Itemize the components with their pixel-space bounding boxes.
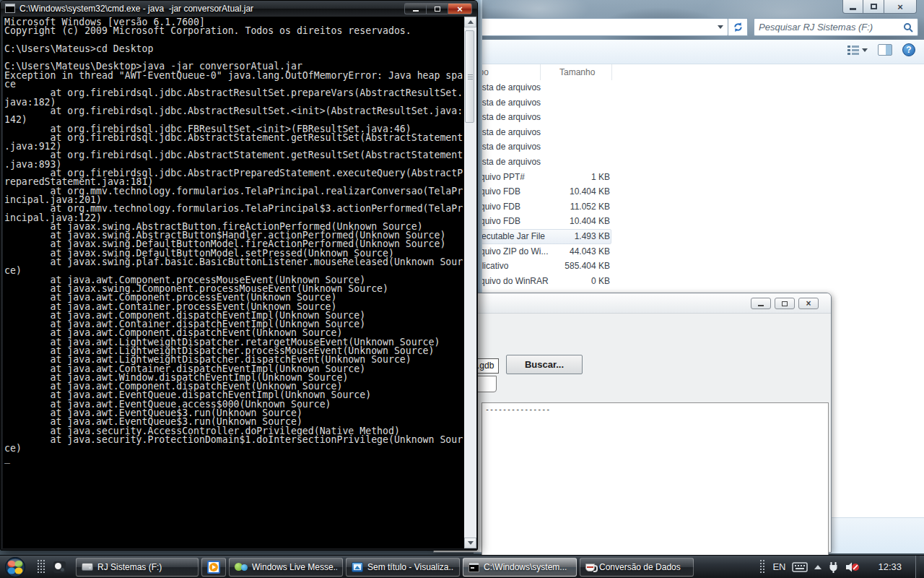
file-row[interactable]: Arquivo PPT#1 KB: [474, 170, 924, 185]
taskbar-clock[interactable]: 12:33: [878, 561, 902, 572]
taskbar-button-label: C:\Windows\system...: [484, 562, 567, 572]
dialog-titlebar[interactable]: ×: [434, 293, 831, 314]
close-icon: ×: [806, 299, 811, 308]
file-row[interactable]: Pasta de arquivos: [474, 80, 924, 95]
maximize-button[interactable]: [863, 0, 884, 14]
minimize-icon: [850, 8, 856, 10]
scroll-down-button[interactable]: [464, 538, 476, 548]
maximize-button[interactable]: [426, 3, 448, 14]
minimize-button[interactable]: [404, 3, 426, 14]
conversao-dados-dialog: × .gdb Buscar... ---------------: [433, 293, 832, 553]
file-type: Arquivo ZIP do Wi...: [474, 246, 548, 256]
task-buttons: RJ Sistemas (F:)Windows Live Messe...Sem…: [76, 558, 694, 577]
arrow-down-icon: [468, 541, 474, 545]
file-row[interactable]: Arquivo FDB10.404 KB: [474, 184, 924, 199]
scrollbar-track[interactable]: [464, 27, 476, 538]
thumb-grip-icon: [468, 74, 473, 80]
explorer-toolbar: ?: [474, 40, 924, 64]
refresh-icon: [733, 22, 744, 33]
log-textarea[interactable]: ---------------: [481, 402, 829, 571]
console-output[interactable]: Microsoft Windows [versão 6.1.7600] Copy…: [3, 17, 464, 548]
keyboard-icon[interactable]: [792, 562, 808, 572]
windows-logo-icon: [4, 556, 26, 578]
column-divider[interactable]: [611, 64, 612, 80]
file-type: Pasta de arquivos: [474, 157, 541, 167]
file-type: Pasta de arquivos: [474, 127, 541, 137]
cmd-window: C:\Windows\system32\cmd.exe - java -jar …: [0, 0, 478, 551]
help-button[interactable]: ?: [902, 43, 915, 56]
taskbar-button-label: Sem título - Visualiza...: [367, 562, 454, 572]
minimize-button[interactable]: [842, 0, 863, 14]
maximize-button[interactable]: [775, 298, 795, 309]
file-row[interactable]: Pasta de arquivos: [474, 110, 924, 125]
volume-muted-icon[interactable]: [845, 561, 860, 573]
file-row[interactable]: Arquivo FDB10.404 KB: [474, 214, 924, 229]
chevron-down-icon[interactable]: [718, 25, 723, 29]
column-header-size[interactable]: Tamanho: [559, 67, 595, 77]
language-indicator[interactable]: EN: [772, 561, 785, 572]
search-input[interactable]: Pesquisar RJ Sistemas (F:): [754, 18, 918, 36]
close-button[interactable]: ×: [798, 298, 819, 309]
buscar-button[interactable]: Buscar...: [506, 355, 583, 374]
start-button[interactable]: [3, 556, 27, 578]
messenger-icon: [235, 561, 248, 573]
file-row[interactable]: Arquivo do WinRAR0 KB: [474, 274, 924, 289]
taskbar-button[interactable]: C:\Windows\system...: [463, 558, 577, 577]
file-row[interactable]: Executable Jar File1.493 KB: [474, 229, 924, 244]
file-row[interactable]: Arquivo FDB11.052 KB: [474, 199, 924, 215]
console-text: Microsoft Windows [versão 6.1.7600] Copy…: [3, 17, 464, 462]
minimize-icon: [413, 10, 419, 12]
power-plug-icon[interactable]: [828, 561, 839, 573]
file-row[interactable]: Pasta de arquivos: [474, 139, 924, 155]
file-row[interactable]: Pasta de arquivos: [474, 95, 924, 111]
file-row[interactable]: Pasta de arquivos: [474, 155, 924, 170]
explorer-caption-buttons: ×: [842, 0, 917, 14]
file-list: Pasta de arquivosPasta de arquivosPasta …: [474, 80, 924, 288]
taskbar-button[interactable]: Conversão de Dados: [580, 558, 694, 577]
close-button[interactable]: ×: [448, 3, 472, 14]
arrow-up-icon: [468, 20, 474, 24]
file-row[interactable]: Aplicativo585.404 KB: [474, 259, 924, 274]
file-size: 10.404 KB: [570, 214, 610, 229]
media-player-icon: [207, 561, 220, 574]
file-row[interactable]: Pasta de arquivos: [474, 125, 924, 140]
file-size: 10.404 KB: [570, 184, 610, 199]
chevron-down-icon: [862, 48, 868, 52]
scroll-up-button[interactable]: [464, 17, 476, 27]
file-row[interactable]: Arquivo ZIP do Wi...44.043 KB: [474, 244, 924, 259]
views-icon: [847, 45, 859, 55]
file-type: Arquivo do WinRAR: [474, 276, 549, 286]
refresh-button[interactable]: [728, 18, 748, 36]
cmd-icon-sm: [468, 562, 479, 572]
change-view-button[interactable]: [847, 45, 868, 55]
search-icon[interactable]: [903, 22, 913, 33]
preview-pane-button[interactable]: [878, 44, 892, 56]
messenger-status-icon[interactable]: [53, 561, 66, 573]
dialog-body: .gdb Buscar... ---------------: [434, 314, 831, 553]
taskbar-button[interactable]: [201, 558, 226, 577]
taskbar-button[interactable]: Sem título - Visualiza...: [346, 558, 460, 577]
file-size: 44.043 KB: [570, 244, 610, 259]
file-size: 11.052 KB: [570, 199, 610, 215]
show-hidden-icons-button[interactable]: [814, 565, 821, 569]
minimize-button[interactable]: [751, 298, 771, 309]
close-button[interactable]: ×: [884, 0, 917, 14]
partial-field[interactable]: [476, 376, 497, 392]
taskbar-grip: [38, 560, 45, 574]
console-scrollbar[interactable]: [464, 17, 476, 548]
close-icon: ×: [457, 4, 463, 14]
maximize-icon: [871, 4, 877, 9]
scrollbar-thumb[interactable]: [465, 30, 474, 123]
column-divider[interactable]: [540, 64, 541, 80]
taskbar-button[interactable]: RJ Sistemas (F:): [76, 558, 199, 577]
taskbar-button-label: Windows Live Messe...: [252, 562, 337, 572]
file-size: 1.493 KB: [575, 229, 610, 244]
show-desktop-button[interactable]: [915, 556, 920, 578]
address-bar[interactable]: [478, 18, 728, 36]
taskbar-button[interactable]: Windows Live Messe...: [229, 558, 343, 577]
search-placeholder: Pesquisar RJ Sistemas (F:): [759, 22, 903, 33]
close-icon: ×: [897, 2, 903, 12]
file-size: 1 KB: [591, 170, 610, 185]
cmd-titlebar[interactable]: C:\Windows\system32\cmd.exe - java -jar …: [1, 1, 477, 17]
database-path-field[interactable]: .gdb: [476, 358, 499, 374]
